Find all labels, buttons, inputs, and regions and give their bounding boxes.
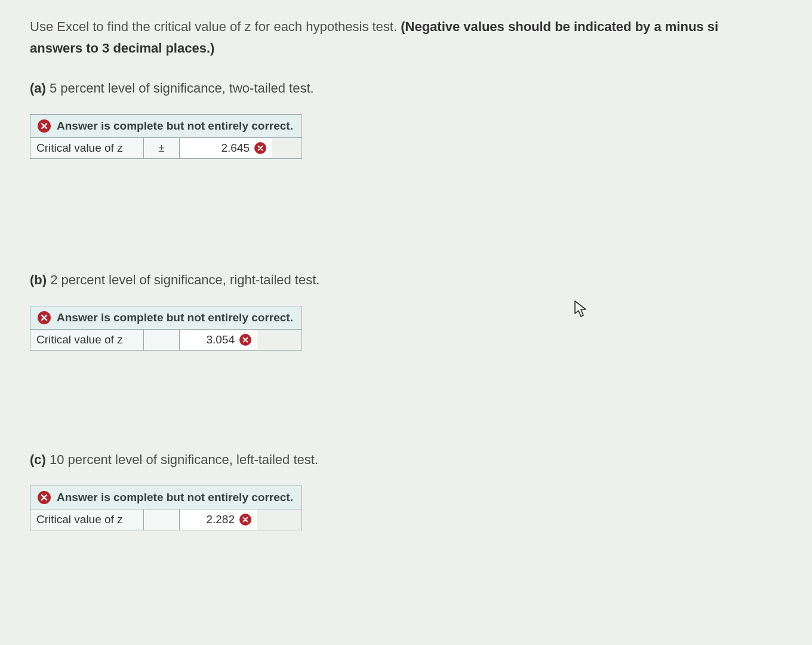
value-cell-a[interactable]: 2.645 — [180, 138, 272, 158]
intro-bold-line1: (Negative values should be indicated by … — [401, 19, 718, 34]
answer-header-text: Answer is complete but not entirely corr… — [57, 119, 293, 133]
answer-header-b: Answer is complete but not entirely corr… — [30, 306, 302, 330]
answer-header-text: Answer is complete but not entirely corr… — [57, 491, 293, 504]
incorrect-icon — [38, 119, 51, 133]
answer-header-c: Answer is complete but not entirely corr… — [30, 486, 302, 509]
part-a-prompt: (a) 5 percent level of significance, two… — [30, 81, 812, 96]
incorrect-icon — [38, 311, 51, 324]
answer-row-a: Critical value of z ± 2.645 — [30, 138, 302, 158]
question-intro: Use Excel to find the critical value of … — [30, 18, 812, 36]
value-c: 2.282 — [186, 513, 235, 526]
part-b-answer-box: Answer is complete but not entirely corr… — [30, 306, 302, 351]
answer-row-b: Critical value of z 3.054 — [30, 330, 302, 350]
answer-header-text: Answer is complete but not entirely corr… — [57, 311, 293, 324]
row-label-b: Critical value of z — [30, 330, 144, 350]
incorrect-icon — [38, 491, 51, 504]
part-a-label: (a) — [30, 81, 46, 96]
intro-text: Use Excel to find the critical value of … — [30, 19, 401, 34]
part-b-label: (b) — [30, 272, 47, 287]
intro-bold-line2: answers to 3 decimal places.) — [30, 41, 214, 56]
part-c-text: 10 percent level of significance, left-t… — [46, 452, 318, 467]
sign-cell-b-empty — [144, 330, 180, 350]
part-c-answer-box: Answer is complete but not entirely corr… — [30, 486, 302, 530]
value-cell-c[interactable]: 2.282 — [180, 509, 257, 530]
part-b-prompt: (b) 2 percent level of significance, rig… — [30, 272, 812, 288]
value-a: 2.645 — [186, 142, 250, 155]
incorrect-icon — [239, 514, 251, 526]
value-cell-b[interactable]: 3.054 — [180, 330, 257, 350]
part-b-text: 2 percent level of significance, right-t… — [47, 272, 319, 287]
part-c-prompt: (c) 10 percent level of significance, le… — [30, 452, 812, 468]
row-label-a: Critical value of z — [30, 138, 144, 158]
part-a-text: 5 percent level of significance, two-tai… — [46, 81, 314, 96]
question-intro-line2: answers to 3 decimal places.) — [30, 39, 812, 57]
incorrect-icon — [254, 142, 266, 154]
question-page: Use Excel to find the critical value of … — [0, 0, 812, 530]
part-c-label: (c) — [30, 452, 46, 467]
value-b: 3.054 — [186, 333, 235, 346]
incorrect-icon — [239, 334, 251, 346]
part-a-answer-box: Answer is complete but not entirely corr… — [30, 114, 302, 159]
row-label-c: Critical value of z — [30, 509, 144, 530]
sign-cell-a: ± — [144, 138, 180, 158]
answer-row-c: Critical value of z 2.282 — [30, 509, 302, 530]
sign-cell-c-empty — [144, 509, 180, 530]
answer-header-a: Answer is complete but not entirely corr… — [30, 115, 302, 138]
